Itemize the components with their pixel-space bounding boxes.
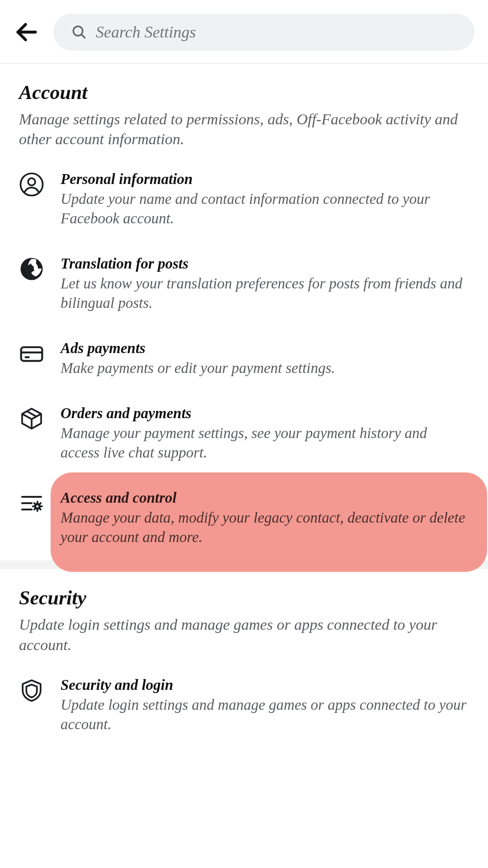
package-icon: [19, 406, 44, 431]
item-title: Security and login: [61, 677, 469, 693]
item-desc: Update your name and contact information…: [61, 189, 469, 228]
globe-icon: [19, 256, 44, 282]
section-desc: Update login settings and manage games o…: [19, 615, 469, 655]
item-title: Access and control: [61, 490, 469, 506]
item-title: Orders and payments: [61, 405, 469, 422]
item-security-and-login[interactable]: Security and login Update login settings…: [19, 663, 469, 748]
item-desc: Update login settings and manage games o…: [61, 695, 469, 734]
card-icon: [19, 341, 44, 366]
shield-icon: [19, 678, 44, 703]
item-desc: Let us know your translation preferences…: [61, 274, 469, 313]
item-translation-for-posts[interactable]: Translation for posts Let us know your t…: [19, 242, 469, 326]
item-title: Translation for posts: [61, 255, 469, 272]
svg-point-3: [21, 174, 43, 196]
section-security: Security Update login settings and manag…: [0, 569, 488, 747]
item-access-and-control[interactable]: Access and control Manage your data, mod…: [19, 476, 469, 561]
svg-point-4: [28, 179, 35, 186]
search-input[interactable]: [96, 23, 457, 42]
search-icon: [70, 24, 88, 41]
item-desc: Manage your data, modify your legacy con…: [61, 508, 469, 547]
person-icon: [19, 172, 44, 197]
item-title: Personal information: [61, 171, 469, 188]
arrow-left-icon: [14, 19, 40, 45]
svg-line-2: [81, 34, 85, 38]
section-account: Account Manage settings related to permi…: [0, 64, 488, 560]
item-title: Ads payments: [61, 340, 469, 357]
header: [0, 0, 488, 64]
section-title: Security: [19, 586, 469, 609]
item-ads-payments[interactable]: Ads payments Make payments or edit your …: [19, 326, 469, 392]
item-personal-information[interactable]: Personal information Update your name an…: [19, 157, 469, 242]
svg-rect-6: [21, 347, 42, 361]
item-orders-and-payments[interactable]: Orders and payments Manage your payment …: [19, 392, 469, 476]
section-title: Account: [19, 81, 469, 104]
controls-icon: [19, 491, 44, 516]
svg-point-13: [36, 505, 38, 507]
item-desc: Manage your payment settings, see your p…: [61, 424, 469, 462]
search-field[interactable]: [53, 14, 474, 51]
item-desc: Make payments or edit your payment setti…: [61, 359, 469, 378]
section-desc: Manage settings related to permissions, …: [19, 109, 469, 149]
back-button[interactable]: [14, 19, 40, 45]
